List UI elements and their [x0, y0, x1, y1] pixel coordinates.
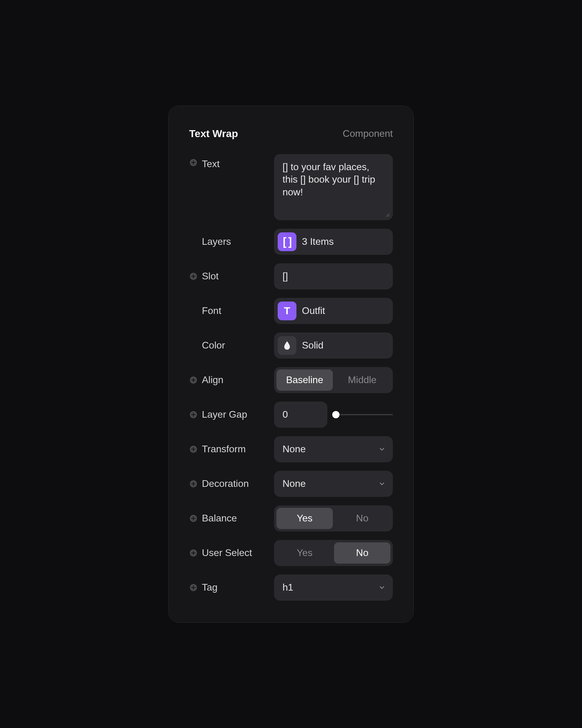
- label-col: Balance: [189, 505, 268, 531]
- label-col: Color: [189, 333, 268, 359]
- font-label: Font: [202, 305, 221, 316]
- label-col: Font: [189, 298, 268, 324]
- control-col: h1: [274, 574, 393, 601]
- layer-gap-input[interactable]: 0: [274, 401, 327, 428]
- spacer: [189, 341, 198, 350]
- properties-panel: Text Wrap Component Text [] to your fav …: [168, 106, 414, 623]
- tag-label: Tag: [202, 582, 218, 593]
- balance-label: Balance: [202, 513, 237, 524]
- decoration-select[interactable]: None: [274, 471, 393, 497]
- user-select-yes-button[interactable]: Yes: [276, 542, 333, 564]
- label-col: Decoration: [189, 471, 268, 497]
- slot-field[interactable]: []: [274, 263, 393, 289]
- add-icon[interactable]: [189, 158, 198, 167]
- color-field[interactable]: Solid: [274, 333, 393, 359]
- transform-label: Transform: [202, 443, 246, 455]
- spacer: [189, 237, 198, 246]
- layer-gap-slider[interactable]: [336, 414, 393, 415]
- chevron-down-icon: [378, 480, 386, 488]
- transform-value: None: [282, 443, 306, 455]
- row-color: Color Solid: [189, 333, 393, 359]
- font-value: Outfit: [302, 305, 325, 316]
- layers-label: Layers: [202, 236, 231, 247]
- balance-no-button[interactable]: No: [334, 508, 390, 529]
- user-select-label: User Select: [202, 547, 252, 558]
- row-balance: Balance Yes No: [189, 505, 393, 531]
- label-col: User Select: [189, 540, 268, 566]
- layers-field[interactable]: [ ] 3 Items: [274, 229, 393, 255]
- add-icon[interactable]: [189, 410, 198, 419]
- font-t-icon: T: [278, 302, 297, 320]
- add-icon[interactable]: [189, 549, 198, 557]
- slot-value: []: [282, 270, 288, 282]
- align-middle-button[interactable]: Middle: [334, 369, 390, 391]
- layer-gap-label: Layer Gap: [202, 409, 247, 420]
- add-icon[interactable]: [189, 583, 198, 592]
- control-col: None: [274, 471, 393, 497]
- label-col: Align: [189, 367, 268, 393]
- text-label: Text: [202, 158, 220, 170]
- slot-label: Slot: [202, 270, 219, 282]
- row-align: Align Baseline Middle: [189, 367, 393, 393]
- panel-title: Text Wrap: [189, 128, 238, 139]
- row-user-select: User Select Yes No: [189, 540, 393, 566]
- add-icon[interactable]: [189, 479, 198, 488]
- tag-value: h1: [282, 582, 294, 593]
- row-text: Text [] to your fav places, this [] book…: [189, 154, 393, 220]
- label-col: Transform: [189, 436, 268, 462]
- spacer: [189, 307, 198, 315]
- decoration-value: None: [282, 478, 306, 489]
- color-value: Solid: [302, 340, 324, 351]
- row-slot: Slot []: [189, 263, 393, 289]
- control-col: 0: [274, 401, 393, 428]
- user-select-segmented: Yes No: [274, 540, 393, 566]
- panel-type-label: Component: [343, 128, 393, 139]
- control-col: Baseline Middle: [274, 367, 393, 393]
- chevron-down-icon: [378, 446, 386, 453]
- row-layer-gap: Layer Gap 0: [189, 401, 393, 428]
- control-col: Solid: [274, 333, 393, 359]
- slider-thumb[interactable]: [332, 411, 339, 418]
- balance-yes-button[interactable]: Yes: [276, 508, 333, 529]
- panel-header: Text Wrap Component: [189, 128, 393, 139]
- control-col: Yes No: [274, 505, 393, 531]
- font-field[interactable]: T Outfit: [274, 298, 393, 324]
- label-col: Slot: [189, 263, 268, 289]
- transform-select[interactable]: None: [274, 436, 393, 462]
- textarea-wrap: [] to your fav places, this [] book your…: [274, 154, 393, 220]
- layers-bracket-icon: [ ]: [278, 232, 297, 251]
- control-col: T Outfit: [274, 298, 393, 324]
- add-icon[interactable]: [189, 376, 198, 384]
- label-col: Layer Gap: [189, 401, 268, 428]
- tag-select[interactable]: h1: [274, 574, 393, 601]
- decoration-label: Decoration: [202, 478, 249, 489]
- row-decoration: Decoration None: [189, 471, 393, 497]
- droplet-icon: [278, 336, 297, 355]
- row-font: Font T Outfit: [189, 298, 393, 324]
- row-layers: Layers [ ] 3 Items: [189, 229, 393, 255]
- control-col: [] to your fav places, this [] book your…: [274, 154, 393, 220]
- control-col: None: [274, 436, 393, 462]
- add-icon[interactable]: [189, 514, 198, 523]
- label-col: Layers: [189, 229, 268, 255]
- label-col: Text: [189, 154, 268, 180]
- align-baseline-button[interactable]: Baseline: [276, 369, 333, 391]
- balance-segmented: Yes No: [274, 505, 393, 531]
- row-transform: Transform None: [189, 436, 393, 462]
- text-input[interactable]: [] to your fav places, this [] book your…: [274, 154, 393, 220]
- color-label: Color: [202, 340, 225, 351]
- user-select-no-button[interactable]: No: [334, 542, 390, 564]
- add-icon[interactable]: [189, 445, 198, 453]
- layers-value: 3 Items: [302, 236, 334, 247]
- control-col: Yes No: [274, 540, 393, 566]
- chevron-down-icon: [378, 584, 386, 591]
- align-segmented: Baseline Middle: [274, 367, 393, 393]
- label-col: Tag: [189, 574, 268, 601]
- align-label: Align: [202, 374, 223, 386]
- control-col: [ ] 3 Items: [274, 229, 393, 255]
- row-tag: Tag h1: [189, 574, 393, 601]
- control-col: []: [274, 263, 393, 289]
- add-icon[interactable]: [189, 272, 198, 281]
